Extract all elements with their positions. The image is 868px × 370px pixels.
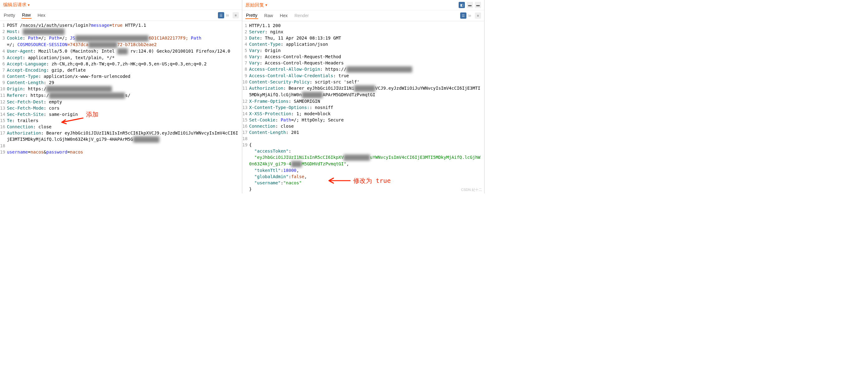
- tab-hex[interactable]: Hex: [37, 12, 46, 19]
- response-tabs: Pretty Raw Hex Render ☰ \n ≡: [242, 10, 484, 21]
- tab-pretty[interactable]: Pretty: [245, 12, 258, 19]
- newline-icon[interactable]: \n: [226, 12, 231, 19]
- menu-icon[interactable]: ≡: [475, 12, 481, 19]
- request-panel: 编辑后请求▾ Pretty Raw Hex ☰ \n ≡ 1POST /naco…: [0, 0, 242, 193]
- wrap-icon[interactable]: ☰: [460, 12, 466, 19]
- response-panel: 原始回复▾ ◧ ▬ ▬ Pretty Raw Hex Render ☰ \n ≡…: [242, 0, 485, 193]
- watermark: CSDN 紀十二: [461, 188, 482, 192]
- request-header: 编辑后请求▾: [0, 0, 242, 10]
- response-title[interactable]: 原始回复▾: [245, 2, 267, 8]
- tab-raw[interactable]: Raw: [22, 12, 31, 19]
- menu-icon[interactable]: ≡: [232, 12, 239, 19]
- response-body[interactable]: 1HTTP/1.1 200 2Server: nginx 3Date: Thu,…: [242, 21, 484, 193]
- layout-icon[interactable]: ▬: [467, 2, 473, 8]
- request-tabs: Pretty Raw Hex ☰ \n ≡: [0, 10, 242, 21]
- response-header: 原始回复▾ ◧ ▬ ▬: [242, 0, 484, 10]
- request-body[interactable]: 1POST /nacos/v1/auth/users/login?message…: [0, 21, 242, 156]
- wrap-icon[interactable]: ☰: [218, 12, 224, 19]
- tab-pretty[interactable]: Pretty: [3, 12, 16, 19]
- layout-split-icon[interactable]: ◧: [459, 2, 465, 8]
- tab-render[interactable]: Render: [294, 12, 310, 19]
- chevron-down-icon: ▾: [265, 3, 267, 7]
- tab-hex[interactable]: Hex: [279, 12, 288, 19]
- newline-icon[interactable]: \n: [468, 12, 473, 19]
- chevron-down-icon: ▾: [28, 3, 30, 7]
- layout-icon[interactable]: ▬: [475, 2, 481, 8]
- tab-raw[interactable]: Raw: [264, 12, 274, 19]
- request-title[interactable]: 编辑后请求▾: [3, 2, 30, 8]
